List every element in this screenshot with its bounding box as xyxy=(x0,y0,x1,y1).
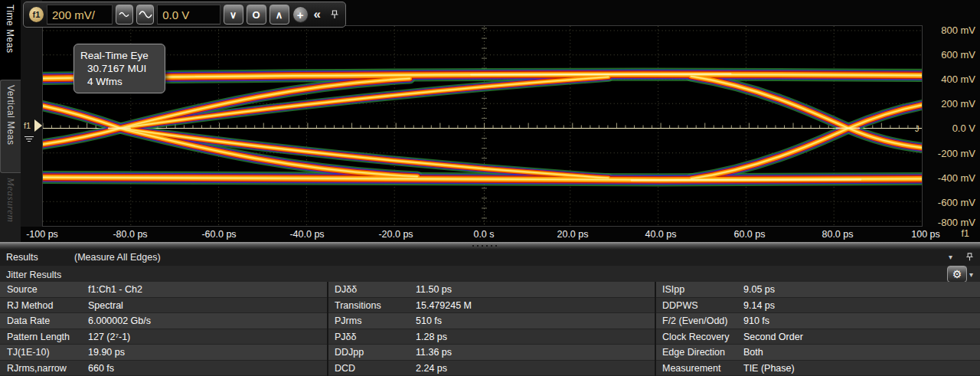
plot-left-gutter: f1 xyxy=(21,0,42,227)
collapse-icon[interactable]: « xyxy=(312,7,322,22)
pin-icon[interactable] xyxy=(329,9,340,20)
right-level-marker: J xyxy=(915,124,919,133)
vertical-scale-field[interactable]: 200 mV/ xyxy=(47,5,113,25)
result-value: 11.50 ps xyxy=(416,284,452,295)
eye-diagram-plot[interactable]: J xyxy=(42,25,923,227)
result-row: Edge DirectionBoth xyxy=(655,345,980,361)
result-row: Data Rate6.000002 Gb/s xyxy=(0,313,327,329)
gear-icon[interactable]: ⚙ xyxy=(947,266,967,283)
vertical-offset-value: 0.0 V xyxy=(162,8,189,21)
result-label: ISIpp xyxy=(662,284,684,295)
result-value: 910 fs xyxy=(743,316,769,326)
result-label: Data Rate xyxy=(7,316,50,326)
x-axis-tick-label: 40.0 ps xyxy=(645,229,676,240)
result-label: Edge Direction xyxy=(662,347,725,358)
result-row: ISIpp9.05 ps xyxy=(655,282,980,298)
result-label: Source xyxy=(7,284,38,295)
jitter-results-table: Sourcef1:Ch1 - Ch2RJ MethodSpectralData … xyxy=(0,282,980,376)
f1-reference-marker[interactable]: f1 xyxy=(22,116,42,147)
result-value: Both xyxy=(743,347,763,358)
x-axis-tick-label: 60.0 ps xyxy=(733,229,765,240)
result-label: RJrms,narrow xyxy=(7,363,67,374)
x-axis-tick-label: -20.0 ps xyxy=(378,229,413,240)
result-label: TJ(1E-10) xyxy=(7,347,50,358)
tooltip-mui: 30.7167 MUI xyxy=(80,62,158,75)
result-value: 9.05 ps xyxy=(743,284,775,295)
y-axis-tick-label: -600 mV xyxy=(938,197,975,208)
gear-menu-icon[interactable]: ▾ xyxy=(969,270,973,279)
results-subtitle: (Measure All Edges) xyxy=(74,252,161,263)
result-value: 660 fs xyxy=(88,363,114,374)
voltage-axis: 800 mV600 mV400 mV200 mV0.0 V-200 mV-400… xyxy=(923,0,980,227)
result-row: DDJpp11.36 ps xyxy=(328,345,655,361)
result-value: 510 fs xyxy=(416,316,442,326)
result-row: Clock RecoverySecond Order xyxy=(655,329,980,345)
result-value: 1.28 ps xyxy=(416,332,447,342)
column-separator xyxy=(655,282,656,376)
x-axis-tick-label: 0.0 s xyxy=(473,229,494,240)
y-axis-tick-label: 600 mV xyxy=(941,49,975,60)
result-row: Pattern Length127 (2⁷-1) xyxy=(0,329,327,345)
result-value: 6.000002 Gb/s xyxy=(88,316,151,326)
waveform-small-icon[interactable] xyxy=(116,5,133,25)
result-row: DJδδ11.50 ps xyxy=(328,282,655,298)
result-row: RJrms,narrow660 fs xyxy=(0,361,327,376)
vertical-scale-value: 200 mV/ xyxy=(52,8,95,21)
result-row: DDPWS9.14 ps xyxy=(655,298,980,314)
result-value: 2.24 ps xyxy=(416,363,447,374)
waveform-large-icon[interactable] xyxy=(136,5,154,25)
offset-zero-button[interactable]: O xyxy=(247,5,266,25)
tooltip-wfms: 4 Wfms xyxy=(80,75,158,88)
result-row: PJrms510 fs xyxy=(328,313,655,329)
scope-display: f1 J 800 mV600 mV400 mV200 mV0.0 V-200 m… xyxy=(21,0,980,227)
result-row: RJ MethodSpectral xyxy=(0,298,327,314)
offset-up-button[interactable]: ∧ xyxy=(270,5,289,25)
x-axis-tick-label: 20.0 ps xyxy=(557,229,588,240)
sidebar-tab-vertical-meas[interactable]: Vertical Meas xyxy=(0,80,21,173)
result-value: 127 (2⁷-1) xyxy=(88,332,130,342)
result-value: f1:Ch1 - Ch2 xyxy=(88,284,142,295)
results-panel: Results (Measure All Edges) ▾ Jitter Res… xyxy=(0,250,980,376)
result-row: PJδδ1.28 ps xyxy=(328,329,655,345)
measurement-sidebar: Time Meas Vertical Meas Measurem xyxy=(0,0,21,242)
x-axis-tick-label: -60.0 ps xyxy=(201,229,236,240)
x-axis-tick-label: 100 ps xyxy=(911,229,940,240)
result-row: DCD2.24 ps xyxy=(328,361,655,376)
results-column: DJδδ11.50 psTransitions15.479245 MPJrms5… xyxy=(328,282,655,376)
result-row: F/2 (Even/Odd)910 fs xyxy=(655,313,980,329)
vertical-offset-field[interactable]: 0.0 V xyxy=(157,5,220,25)
y-axis-tick-label: 200 mV xyxy=(941,98,975,110)
x-axis-tick-label: -80.0 ps xyxy=(113,229,147,240)
f1-marker-label: f1 xyxy=(24,121,31,130)
sidebar-tab-measurement[interactable]: Measurem xyxy=(0,173,21,242)
result-label: F/2 (Even/Odd) xyxy=(662,316,727,326)
add-icon[interactable]: + xyxy=(292,6,309,23)
result-label: DDJpp xyxy=(335,347,364,358)
result-row: MeasurementTIE (Phase) xyxy=(655,361,980,376)
panel-splitter[interactable] xyxy=(0,242,980,250)
tooltip-title: Real-Time Eye xyxy=(80,49,158,62)
y-axis-tick-label: 400 mV xyxy=(941,74,975,85)
y-axis-tick-label: 0.0 V xyxy=(952,123,975,134)
result-label: RJ Method xyxy=(7,300,53,311)
offset-down-button[interactable]: ∨ xyxy=(224,5,243,25)
result-label: PJrms xyxy=(335,316,361,326)
results-pin-icon[interactable] xyxy=(965,252,975,262)
result-value: 9.14 ps xyxy=(743,300,775,311)
result-value: 15.479245 M xyxy=(416,300,472,311)
results-column: ISIpp9.05 psDDPWS9.14 psF/2 (Even/Odd)91… xyxy=(655,282,980,376)
result-label: DJδδ xyxy=(335,284,357,295)
splitter-grip-icon[interactable] xyxy=(471,244,497,247)
result-label: Pattern Length xyxy=(7,332,70,342)
result-row: TJ(1E-10)19.90 ps xyxy=(0,345,327,361)
time-axis: f1 -100 ps-80.0 ps-60.0 ps-40.0 ps-20.0 … xyxy=(21,227,980,242)
eye-diagram: J xyxy=(43,26,922,226)
column-separator xyxy=(327,282,328,376)
y-axis-tick-label: 800 mV xyxy=(941,25,975,36)
result-label: Measurement xyxy=(662,363,720,374)
source-badge[interactable]: f1 xyxy=(29,7,44,22)
result-label: Clock Recovery xyxy=(662,332,730,342)
sidebar-tab-time-meas[interactable]: Time Meas xyxy=(0,0,21,80)
result-value: 19.90 ps xyxy=(88,347,125,358)
results-menu-icon[interactable]: ▾ xyxy=(949,253,952,261)
